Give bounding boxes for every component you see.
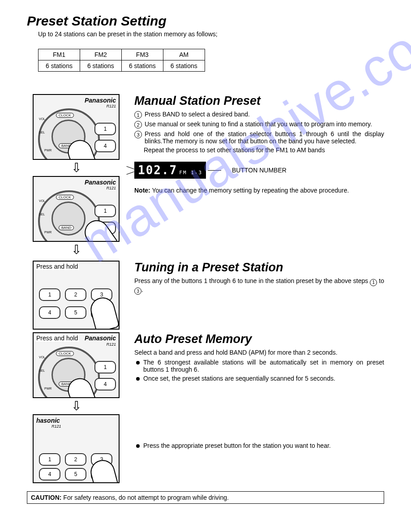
preset-1: 1 (94, 123, 116, 135)
tuning-text: Press any of the buttons 1 through 6 to … (134, 277, 384, 295)
step-number-icon: 2 (134, 121, 142, 129)
pwr-label: PWR (44, 231, 51, 234)
auto-bullet-2: Once set, the preset stations are sequen… (143, 375, 335, 382)
diagram-press-and-hold-presets: Press and hold 1 2 3 4 5 6 (33, 261, 120, 330)
vol-label: VOL (39, 356, 45, 359)
caution-box: CAUTION: For safety reasons, do not atte… (27, 491, 384, 504)
bullet-icon (136, 444, 140, 448)
lcd-frequency: 102.7 (138, 163, 177, 177)
preset-4: 4 (39, 306, 60, 319)
clock-label: CLOCK (56, 113, 74, 118)
model-label: R121 (51, 424, 61, 429)
page-subtitle: Up to 24 stations can be preset in the s… (38, 30, 384, 38)
bands-cell: 6 stations (121, 60, 163, 72)
model-label: R121 (106, 104, 116, 108)
bands-header: AM (163, 49, 205, 60)
bands-table: FM1 FM2 FM3 AM 6 stations 6 stations 6 s… (38, 49, 205, 72)
preset-1: 1 (39, 453, 60, 466)
step-number-icon: 1 (134, 111, 142, 119)
indicator-lines-icon (126, 170, 134, 171)
clock-label: CLOCK (56, 351, 74, 356)
bands-cell: 6 stations (39, 60, 80, 72)
auto-preset-heading: Auto Preset Memory (134, 332, 384, 346)
step-number-icon: 3 (134, 131, 142, 138)
sel-label: SEL (39, 131, 45, 134)
bullet-icon (136, 361, 140, 365)
preset-2: 2 (65, 288, 86, 301)
lcd-band: FM 1-3 (179, 170, 202, 176)
clock-label: CLOCK (56, 195, 74, 200)
arrow-down-icon: ⇩ (71, 400, 81, 412)
arrow-down-icon: ⇩ (71, 244, 81, 256)
brand-label: Panasonic (85, 179, 116, 186)
diagram-select-preset: hasonic R121 1 2 3 4 5 6 (33, 414, 120, 483)
brand-label-partial: hasonic (36, 417, 60, 424)
bands-header: FM2 (80, 49, 121, 60)
preset-5: 5 (65, 468, 86, 481)
step-number-icon: 3 (134, 287, 141, 295)
sel-label: SEL (39, 369, 45, 372)
model-label: R121 (106, 186, 116, 190)
manual-step-3: Press and hold one of the station select… (145, 130, 384, 145)
diagram-select-band: Panasonic R121 CLOCK BAND VOL SEL PWR 1 … (33, 94, 120, 160)
preset-2: 2 (65, 453, 86, 466)
model-label: R121 (106, 342, 116, 347)
preset-4: 4 (94, 378, 116, 390)
manual-repeat-text: Repeat the process to set other stations… (144, 146, 384, 154)
manual-note: Note: You can change the memory setting … (134, 187, 384, 194)
leader-line-icon (208, 170, 221, 171)
bands-cell: 6 stations (80, 60, 121, 72)
pwr-label: PWR (44, 387, 51, 390)
page-title: Preset Station Setting (27, 13, 384, 29)
manual-step-2: Use manual or seek tuning to find a stat… (145, 120, 384, 129)
diagram-tune-station: Panasonic R121 CLOCK BAND VOL SEL PWR 1 … (33, 176, 120, 242)
lcd-display: 102.7 FM 1-3 (134, 162, 206, 179)
auto-final-bullet: Press the appropriate preset button for … (143, 442, 331, 449)
bullet-icon (136, 377, 140, 381)
bands-header: FM1 (39, 49, 80, 60)
preset-1: 1 (94, 205, 116, 217)
manual-step-1: Press BAND to select a desired band. (145, 111, 384, 119)
vol-label: VOL (39, 117, 45, 120)
tuning-heading: Tuning in a Preset Station (134, 261, 384, 275)
caution-text: For safety reasons, do not attempt to pr… (61, 494, 229, 501)
pwr-label: PWR (44, 149, 51, 152)
brand-label: Panasonic (85, 335, 116, 342)
preset-4: 4 (39, 468, 60, 481)
press-and-hold-label: Press and hold (35, 335, 79, 342)
arrow-down-icon: ⇩ (71, 162, 81, 174)
caution-label: CAUTION: (31, 494, 61, 501)
preset-4: 4 (94, 140, 116, 152)
brand-label: Panasonic (85, 97, 116, 104)
step-number-icon: 1 (370, 279, 377, 286)
band-label: BAND (59, 225, 74, 230)
manual-preset-heading: Manual Station Preset (134, 94, 384, 108)
bands-cell: 6 stations (163, 60, 205, 72)
preset-5: 5 (65, 306, 86, 319)
bands-header: FM3 (121, 49, 163, 60)
sel-label: SEL (39, 213, 45, 216)
diagram-press-and-hold-band: Press and hold Panasonic R121 CLOCK BAND… (33, 332, 120, 398)
vol-label: VOL (39, 199, 45, 202)
button-number-label: BUTTON NUMBER (232, 167, 287, 174)
preset-1: 1 (39, 288, 60, 301)
press-and-hold-label: Press and hold (35, 263, 79, 270)
preset-1: 1 (94, 361, 116, 373)
auto-intro: Select a band and press and hold BAND (A… (134, 349, 384, 356)
auto-bullet-1: The 6 strongest available stations will … (143, 359, 384, 373)
